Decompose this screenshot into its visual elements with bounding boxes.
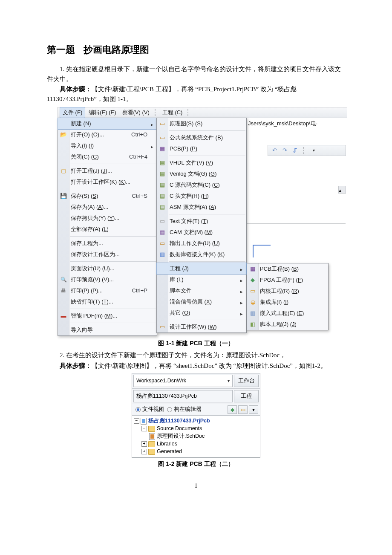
menu-item-label: ASM 源文档(A) (A) — [170, 203, 237, 211]
submenu-arrow-icon: ▸ — [240, 299, 243, 306]
menu-item-label: CAM 文档(M) (M) — [170, 228, 237, 237]
file-menu-item[interactable]: 导入(I) (I)▸ — [58, 140, 157, 151]
workspace-combo[interactable]: Workspace1.DsnWrk ▾ — [133, 375, 233, 387]
menu-item-label: 工程 (J) — [170, 264, 237, 273]
new-menu-item[interactable]: 脚本文件▸ — [157, 285, 246, 296]
pcb-icon — [159, 229, 166, 236]
menu-item-label: 混合信号仿真 (X) — [170, 298, 237, 306]
tree-collapse-icon[interactable]: − — [141, 426, 147, 431]
file-menu-item[interactable]: 打开工程(J) (J)... — [58, 165, 157, 176]
project-menu-item[interactable]: 内核工程(R) (R) — [247, 286, 328, 297]
project-menu-item[interactable]: 脚本工程(J) (J) — [247, 319, 328, 330]
tree-collapse-icon[interactable]: − — [134, 418, 139, 424]
file-menu-item[interactable]: 保存拷贝为(Y) (Y)... — [58, 213, 157, 224]
panel-more-button[interactable]: ▾ — [249, 405, 258, 414]
sort-icon[interactable]: ⇵ — [291, 147, 299, 154]
new-menu-item[interactable]: 混合信号仿真 (X)▸ — [157, 296, 246, 307]
redo-icon[interactable]: ↷ — [281, 147, 288, 154]
new-menu-item[interactable]: 原理图(S) (S) — [157, 118, 246, 129]
menu-item-label: 打印预览(V) (V)... — [71, 275, 147, 284]
menubar-grip-icon — [155, 109, 157, 116]
struct-editor-radio[interactable] — [167, 407, 172, 412]
pcb-icon — [159, 145, 166, 152]
menu-item-label: 保存拷贝为(Y) (Y)... — [71, 214, 147, 223]
folder-icon — [148, 441, 155, 447]
project-menu-item[interactable]: 集成库(I) (I) — [247, 297, 328, 308]
tree-expand-icon[interactable]: + — [141, 441, 147, 447]
file-menu-item[interactable]: 保存(S) (S)Ctrl+S — [58, 191, 157, 202]
file-menu-item[interactable]: 缺省打印(T) (T)... — [58, 296, 157, 307]
menu-separator — [70, 236, 156, 237]
new-menu-item[interactable]: 输出工作文件(U) (U) — [157, 238, 246, 249]
tree-generated[interactable]: + Generated — [132, 448, 260, 456]
new-menu-item[interactable]: 公共总线系统文件 (B) — [157, 132, 246, 143]
project-menu-item[interactable]: PCB工程(B) (B) — [247, 263, 328, 275]
file-view-radio[interactable] — [135, 407, 141, 412]
tree-expand-icon[interactable]: + — [141, 449, 147, 454]
new-menu-item[interactable]: Text 文件(T) (T) — [157, 216, 246, 227]
scroll-up-icon[interactable]: ▴ — [338, 186, 346, 194]
new-menu-item[interactable]: C 源代码文档(C) (C) — [157, 179, 246, 191]
submenu-arrow-icon: ▸ — [240, 277, 243, 284]
new-menu-item[interactable]: PCB(P) (P) — [157, 143, 246, 154]
menu-file[interactable]: 文件 (F) — [60, 107, 85, 118]
new-menu-item[interactable]: Verilog 文档(G) (G) — [157, 168, 246, 179]
dropdown-icon: ▾ — [228, 378, 230, 384]
file-menu-item[interactable]: 关闭(C) (C)Ctrl+F4 — [58, 151, 157, 162]
menu-edit[interactable]: 编辑(E) (E) — [86, 107, 118, 118]
panel-icon-button[interactable]: ▭ — [238, 405, 248, 414]
new-menu-item[interactable]: 数据库链接文件(K) (K) — [157, 249, 246, 260]
project-menu-item[interactable]: 嵌入式工程(E) (E) — [247, 308, 328, 319]
pdf-icon — [60, 312, 67, 319]
file-menu-item[interactable]: 导入向导 — [58, 324, 157, 335]
file-menu-item[interactable]: 全部保存(A) (L) — [58, 224, 157, 235]
menu-separator — [70, 189, 156, 189]
file-menu-item[interactable]: 保存为(A) (A)... — [58, 202, 157, 213]
file-menu-item[interactable]: 打开(O) (O)...Ctrl+O — [58, 129, 157, 140]
tree-generated-label: Generated — [157, 448, 182, 456]
panel-icon-button[interactable]: ◆ — [228, 405, 237, 414]
new-menu-item[interactable]: 设计工作区(W) (W) — [157, 321, 246, 332]
step2-detail-label: 具体步骤： — [60, 362, 92, 369]
menu-separator — [70, 309, 156, 309]
submenu-arrow-icon: ▸ — [240, 266, 243, 273]
tree-schematic-doc[interactable]: 原理图设计.SchDoc — [132, 433, 260, 440]
figure-1-1-caption: 图 1-1 新建 PCB 工程（一） — [47, 339, 345, 348]
new-menu-item[interactable]: 工程 (J)▸ — [156, 263, 247, 275]
file-menu-item[interactable]: 打印(P) (P)...Ctrl+P — [58, 285, 157, 296]
menu-item-label: Verilog 文档(G) (G) — [170, 170, 237, 178]
file-menu-item[interactable]: 保存工程为... — [58, 238, 157, 249]
new-menu-item[interactable]: C 头文档(H) (H) — [157, 191, 246, 202]
tree-libraries[interactable]: + Libraries — [132, 440, 260, 448]
project-button[interactable]: 工程 — [234, 390, 259, 402]
file-menu-item[interactable]: 打开设计工作区(K) (K)... — [58, 176, 157, 188]
file-menu-item[interactable]: 打印预览(V) (V)... — [58, 274, 157, 285]
figure-1-2-caption: 图 1-2 新建 PCB 工程（二） — [47, 460, 345, 468]
file-menu-item[interactable]: 新建 (N)▸ — [58, 118, 157, 130]
background-strip: Jsers\sysk_msk\Desktop\电· ↶ ↷ ⇵ ▾ ▴ — [247, 118, 346, 156]
new-menu-item[interactable]: 其它 (O)▸ — [157, 307, 246, 318]
tree-libraries-label: Libraries — [157, 440, 177, 448]
tree-source-folder[interactable]: − Source Documents — [132, 425, 260, 433]
menu-view[interactable]: 察看(V) (V) — [120, 107, 152, 118]
menu-item-label: 脚本文件 — [170, 286, 237, 295]
heading: 第一题抄画电路原理图 — [47, 43, 345, 57]
dropdown-icon[interactable]: ▾ — [310, 147, 317, 154]
new-menu-item[interactable]: CAM 文档(M) (M) — [157, 227, 246, 238]
new-menu-item[interactable]: VHDL 文件(V) (V) — [157, 157, 246, 168]
file-menu-item[interactable]: 页面设计(U) (U)... — [58, 263, 157, 274]
new-menu-item[interactable]: ASM 源文档(A) (A) — [157, 202, 246, 213]
undo-icon[interactable]: ↶ — [271, 147, 278, 154]
menu-item-label: 打开工程(J) (J)... — [71, 167, 147, 175]
file-menu-item[interactable]: 智能 PDF(m) (M)... — [58, 310, 157, 321]
menu-project[interactable]: 工程 (C) — [160, 107, 185, 118]
project-menu-item[interactable]: FPGA 工程(F) (F) — [247, 275, 328, 286]
menu-item-label: 原理图(S) (S) — [170, 119, 237, 128]
new-menu-item[interactable]: 库 (L)▸ — [157, 274, 246, 285]
menu-item-label: 导入(I) (I) — [71, 142, 147, 150]
project-field[interactable]: 杨占彪111307433.PrjPcb — [133, 390, 233, 402]
menu-item-label: 保存(S) (S) — [71, 192, 119, 200]
tree-root[interactable]: − 杨占彪111307433.PrjPcb — [132, 417, 260, 425]
file-menu-item[interactable]: 保存设计工作区为... — [58, 249, 157, 260]
workspace-button[interactable]: 工作台 — [234, 375, 259, 387]
